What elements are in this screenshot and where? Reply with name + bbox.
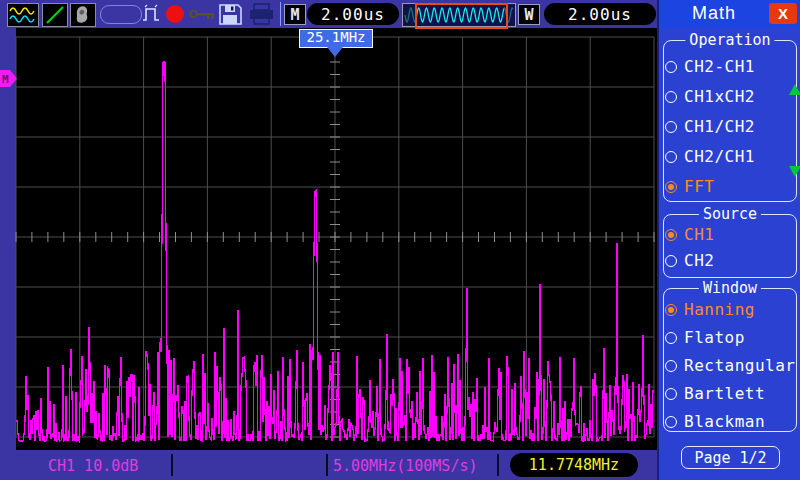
main-timebase-badge: M [284,4,306,25]
window-option-flatop[interactable]: Flatop [665,329,745,346]
channel-scale-readout: CH1 10.0dB [48,457,138,475]
snapshot-icon[interactable] [70,3,96,27]
operation-option-ch1-times-ch2[interactable]: CH1xCH2 [665,88,755,105]
window-option-hanning[interactable]: Hanning [665,301,755,318]
status-divider [171,454,173,476]
peak-frequency-marker[interactable]: 25.1MHz [299,29,373,48]
waveform-preview [402,3,516,27]
math-menu: Math X Operation CH2-CH1 CH1xCH2 CH1/CH2… [657,0,800,480]
top-toolbar: M 2.00us W 2.00us [0,0,657,28]
radio-icon [665,91,677,103]
radio-icon [665,229,677,241]
radio-icon [665,121,677,133]
operation-option-ch2-minus-ch1[interactable]: CH2-CH1 [665,58,755,75]
option-label: CH2-CH1 [684,57,755,76]
cursor-line-icon[interactable] [42,3,68,27]
window-option-blackman[interactable]: Blackman [665,413,765,430]
snapshot-glyph [71,4,95,26]
sample-rate-readout: 5.00MHz(100MS/s) [333,457,478,475]
empty-slot-button[interactable] [100,5,142,24]
cursor-line-glyph [43,4,67,26]
radio-icon [665,151,677,163]
main-timebase-readout: 2.00us [307,3,399,25]
menu-title: Math [659,3,769,24]
option-label: Flatop [684,328,745,347]
radio-icon [665,61,677,73]
option-label: CH1xCH2 [684,87,755,106]
frequency-counter-badge: 11.7748MHz [510,453,638,477]
channels-waveform-icon[interactable] [7,3,39,27]
source-option-ch1[interactable]: CH1 [665,226,714,243]
save-icon[interactable] [218,3,242,25]
radio-icon [665,360,677,372]
fft-graticule-and-trace [0,28,657,450]
print-icon[interactable] [248,3,275,25]
option-label: CH2/CH1 [684,147,755,166]
window-timebase-badge: W [518,4,540,25]
pulse-width-icon[interactable] [142,4,163,24]
close-button[interactable]: X [769,3,797,24]
option-label: CH2 [684,251,714,270]
option-label: Blackman [684,412,765,431]
operation-option-fft[interactable]: FFT [665,178,714,195]
option-label: CH1 [684,225,714,244]
record-icon[interactable] [165,4,185,24]
source-option-ch2[interactable]: CH2 [665,252,714,269]
menu-title-bar: Math X [659,0,800,28]
operation-option-ch2-div-ch1[interactable]: CH2/CH1 [665,148,755,165]
oscilloscope-screen: M 2.00us W 2.00us 25.1MHz M Math X Opera… [0,0,800,480]
radio-icon [665,332,677,344]
option-label: Rectangular [684,356,795,375]
status-divider [326,454,328,476]
radio-icon [665,304,677,316]
radio-icon [665,388,677,400]
record-glyph [165,4,185,24]
window-option-bartlett[interactable]: Bartlett [665,385,765,402]
keylock-glyph [189,8,216,21]
radio-icon [665,181,677,193]
group-window-label: Window [699,279,761,297]
pulse-width-glyph [142,4,163,24]
save-glyph [218,3,242,25]
option-label: Bartlett [684,384,765,403]
scroll-up-icon[interactable] [789,84,800,95]
option-label: Hanning [684,300,755,319]
option-label: FFT [684,177,714,196]
math-marker-letter: M [2,73,9,86]
toolbar-divider [280,2,281,26]
page-button[interactable]: Page 1/2 [681,446,780,469]
peak-frequency-marker-pointer [327,47,343,57]
scroll-down-icon[interactable] [789,166,800,177]
radio-icon [665,255,677,267]
frequency-counter-value: 11.7748MHz [529,456,619,474]
operation-option-ch1-div-ch2[interactable]: CH1/CH2 [665,118,755,135]
preview-window-selector[interactable] [415,3,508,29]
channels-waveform-glyph [8,4,38,26]
group-source-label: Source [699,205,761,223]
status-divider [497,454,499,476]
close-icon: X [778,5,788,22]
option-label: CH1/CH2 [684,117,755,136]
radio-icon [665,416,677,428]
status-bar: CH1 10.0dB 5.00MHz(100MS/s) 11.7748MHz [0,450,657,480]
keylock-icon[interactable] [189,8,216,21]
print-glyph [248,3,275,25]
math-trace-position-marker[interactable]: M [0,70,17,87]
window-timebase-readout: 2.00us [544,3,656,25]
page-button-label: Page 1/2 [694,449,766,467]
window-option-rectangular[interactable]: Rectangular [665,357,795,374]
group-operation-label: Operation [685,31,774,49]
